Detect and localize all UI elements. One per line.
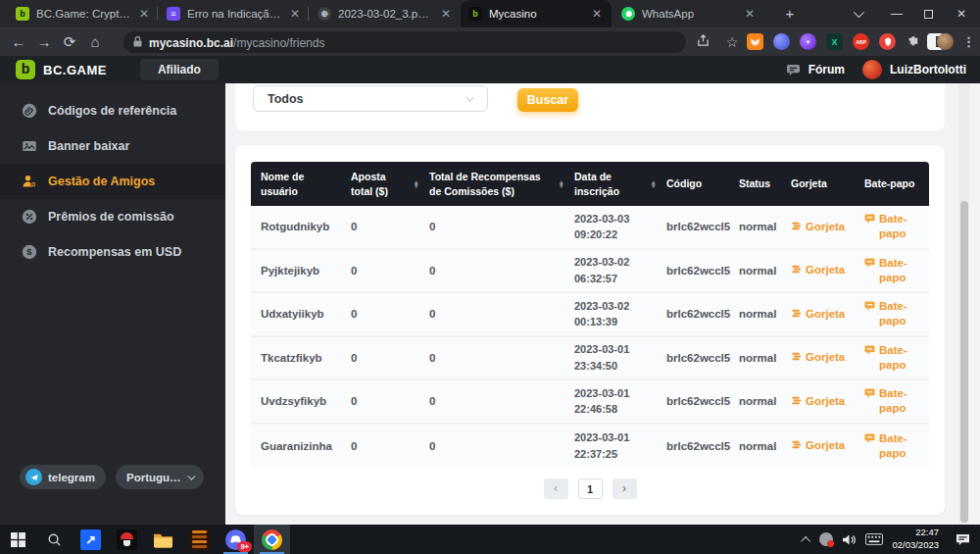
tray-recording-icon[interactable] bbox=[819, 532, 833, 546]
affiliate-nav-button[interactable]: Afiliado bbox=[140, 59, 219, 80]
window-minimize-button[interactable]: — bbox=[882, 0, 911, 27]
bet-cell: 0 bbox=[341, 308, 419, 320]
volume-icon[interactable] bbox=[842, 533, 857, 546]
tab-search-chevron-icon[interactable] bbox=[843, 0, 872, 27]
col-commission[interactable]: Total de Recompensas de Comissões ($) ▲▼ bbox=[419, 170, 564, 197]
chat-link[interactable]: Bate-papo bbox=[864, 256, 921, 285]
tray-expand-icon[interactable] bbox=[802, 535, 811, 545]
start-button[interactable] bbox=[0, 525, 36, 554]
tab-close-icon[interactable]: ✕ bbox=[137, 7, 151, 21]
adblock-plus-icon[interactable]: ABP bbox=[853, 33, 869, 50]
user-avatar[interactable] bbox=[862, 60, 882, 79]
tab-erro-indicacao[interactable]: ≡ Erro na Indicação - BC.Game ✕ bbox=[159, 0, 310, 27]
coins-icon bbox=[791, 221, 802, 231]
sidebar-item-usd-rewards[interactable]: $ Recompensas em USD bbox=[0, 234, 225, 270]
action-center-icon[interactable] bbox=[956, 533, 970, 546]
telegram-button[interactable]: telegram bbox=[20, 465, 106, 489]
tab-png-image[interactable]: ⊕ 2023-03-02_3.png (1024×76 ✕ bbox=[310, 0, 461, 27]
tip-link[interactable]: Gorjeta bbox=[791, 350, 855, 365]
status-cell: normal bbox=[729, 352, 781, 364]
tip-link[interactable]: Gorjeta bbox=[791, 263, 855, 277]
tip-link[interactable]: Gorjeta bbox=[791, 307, 855, 322]
chat-bubble-icon bbox=[864, 387, 875, 398]
col-bet-total[interactable]: Aposta total ($) ▲▼ bbox=[341, 170, 419, 197]
metamask-icon[interactable] bbox=[747, 33, 763, 50]
bcgame-logo[interactable]: b bbox=[16, 60, 35, 79]
scrollbar-thumb[interactable] bbox=[960, 201, 968, 523]
tab-close-icon[interactable]: ✕ bbox=[288, 7, 302, 21]
tip-link[interactable]: Gorjeta bbox=[791, 438, 855, 453]
signup-cell: 2023-03-0122:37:25 bbox=[564, 429, 657, 462]
taskbar-chrome-icon[interactable] bbox=[254, 525, 290, 554]
table-row: Tkcatzfikyb 0 0 2023-03-0123:34:50 brlc6… bbox=[251, 337, 929, 381]
table-row: Pyjktejikyb 0 0 2023-03-0206:32:57 brlc6… bbox=[251, 250, 929, 294]
windows-taskbar: ↗ 9+ bbox=[0, 525, 980, 554]
tab-mycasino-active[interactable]: b Mycasino ✕ bbox=[461, 0, 612, 27]
user-name[interactable]: LuizBortolotti bbox=[890, 63, 966, 76]
notification-badge: 9+ bbox=[237, 541, 252, 552]
browser-tab-bar: b BC.Game: Crypto Casino Gam ✕ ≡ Erro na… bbox=[0, 0, 980, 27]
taskbar-game-app-icon[interactable] bbox=[109, 525, 145, 554]
chat-link[interactable]: Bate-papo bbox=[864, 299, 921, 328]
browser-profile-avatar[interactable] bbox=[937, 33, 954, 50]
back-icon[interactable]: ← bbox=[6, 33, 31, 50]
chat-link[interactable]: Bate-papo bbox=[864, 431, 921, 461]
code-cell: brlc62wccl5 bbox=[657, 395, 729, 407]
taskbar-logs-app-icon[interactable] bbox=[181, 525, 218, 554]
window-maximize-button[interactable] bbox=[913, 0, 943, 27]
share-icon[interactable] bbox=[690, 33, 715, 50]
excel-x-icon[interactable]: X bbox=[826, 33, 843, 50]
sidebar-item-friends-management[interactable]: Gestão de Amigos bbox=[0, 164, 225, 199]
chat-link[interactable]: Bate-papo bbox=[864, 212, 921, 241]
bet-cell: 0 bbox=[341, 395, 419, 407]
tab-bcgame[interactable]: b BC.Game: Crypto Casino Gam ✕ bbox=[8, 0, 159, 27]
language-selector[interactable]: Portugu… bbox=[116, 465, 204, 489]
sidebar-item-commission-rewards[interactable]: Prêmios de comissão bbox=[0, 199, 225, 234]
tab-whatsapp[interactable]: WhatsApp ✕ bbox=[613, 0, 764, 27]
forum-link[interactable]: Fórum bbox=[808, 63, 845, 76]
taskbar-discord-icon[interactable]: 9+ bbox=[218, 525, 254, 554]
keyboard-icon[interactable] bbox=[865, 533, 883, 545]
home-icon[interactable]: ⌂ bbox=[82, 33, 108, 50]
tab-close-icon[interactable]: ✕ bbox=[743, 7, 757, 21]
tip-link[interactable]: Gorjeta bbox=[791, 394, 855, 409]
commission-cell: 0 bbox=[419, 265, 564, 277]
username-cell: Guaranizinha bbox=[251, 440, 341, 452]
browser-menu-icon[interactable]: ⋮ bbox=[962, 34, 975, 49]
chat-bubble-icon bbox=[864, 300, 875, 311]
telegram-label: telegram bbox=[48, 472, 95, 483]
new-tab-button[interactable]: + bbox=[779, 4, 801, 24]
taskbar-file-explorer-icon[interactable] bbox=[145, 525, 181, 554]
purple-ext-icon[interactable]: ✦ bbox=[800, 33, 816, 50]
tab-close-icon[interactable]: ✕ bbox=[590, 7, 604, 21]
chat-bubble-icon bbox=[864, 344, 875, 355]
sidebar-item-banner-download[interactable]: Banner baixar bbox=[0, 128, 225, 164]
tab-close-icon[interactable]: ✕ bbox=[439, 7, 453, 21]
friend-type-select[interactable]: Todos bbox=[253, 85, 488, 112]
tab-separator bbox=[157, 7, 158, 21]
wallet-blue-ext-icon[interactable] bbox=[773, 33, 790, 50]
forward-icon[interactable]: → bbox=[31, 33, 57, 50]
bookmark-star-icon[interactable]: ☆ bbox=[719, 34, 745, 50]
reload-icon[interactable]: ⟳ bbox=[57, 33, 82, 51]
extensions-puzzle-icon[interactable] bbox=[904, 33, 920, 50]
chat-link[interactable]: Bate-papo bbox=[864, 386, 921, 416]
next-page-button[interactable]: › bbox=[612, 478, 637, 499]
chat-link[interactable]: Bate-papo bbox=[864, 343, 921, 373]
sidebar-item-referral-codes[interactable]: Códigos de referência bbox=[0, 93, 225, 128]
address-bar[interactable]: mycasino.bc.ai/mycasino/friends bbox=[123, 31, 686, 53]
tip-link[interactable]: Gorjeta bbox=[791, 220, 855, 234]
taskbar-search-icon[interactable] bbox=[36, 525, 73, 554]
col-code: Código bbox=[657, 176, 729, 190]
prev-page-button[interactable]: ‹ bbox=[544, 478, 568, 499]
col-signup-date[interactable]: Data de inscrição ▲▼ bbox=[564, 170, 657, 197]
search-button[interactable]: Buscar bbox=[517, 88, 578, 112]
username-cell: Uvdzsyfikyb bbox=[251, 395, 341, 407]
window-close-button[interactable]: ✕ bbox=[947, 0, 976, 27]
taskbar-amd-radeon-icon[interactable]: ↗ bbox=[73, 525, 109, 554]
signup-cell: 2023-03-0122:46:58 bbox=[564, 385, 657, 418]
taskbar-clock[interactable]: 22:47 02/03/2023 bbox=[892, 527, 939, 552]
stop-hand-icon[interactable] bbox=[879, 33, 896, 50]
current-page[interactable]: 1 bbox=[578, 478, 603, 499]
page-scrollbar[interactable] bbox=[958, 83, 969, 525]
